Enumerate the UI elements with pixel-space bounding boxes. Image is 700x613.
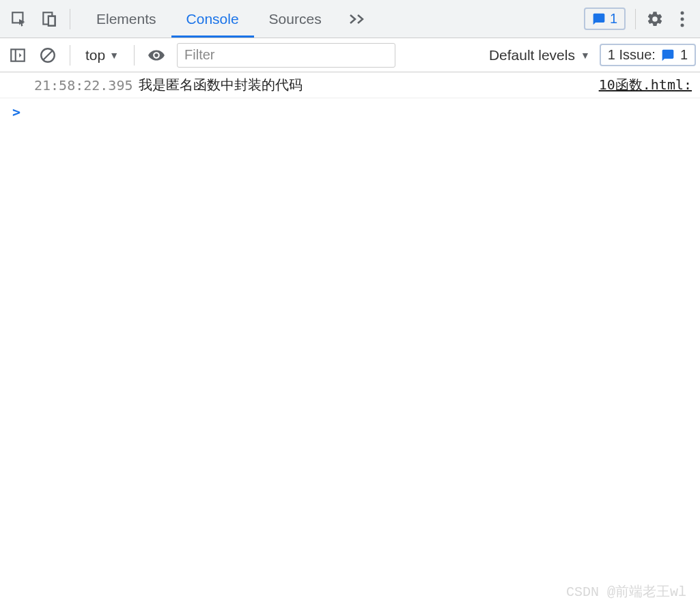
issues-count: 1 [680,47,688,63]
svg-point-4 [681,11,684,14]
svg-rect-2 [48,16,55,25]
filter-input[interactable] [177,43,395,68]
log-levels-selector[interactable]: Default levels ▼ [489,47,590,63]
tab-console[interactable]: Console [171,0,254,38]
svg-point-5 [681,17,684,20]
chevron-down-icon: ▼ [109,50,119,61]
log-timestamp: 21:58:22.395 [34,77,133,94]
watermark: CSDN @前端老王wl [566,582,686,601]
prompt-caret-icon: > [12,104,20,120]
device-toggle-icon[interactable] [34,4,64,34]
inspect-element-icon[interactable] [4,4,34,34]
message-count-badge[interactable]: 1 [584,8,626,30]
tab-sources[interactable]: Sources [254,0,337,38]
chevron-down-icon: ▼ [580,50,590,61]
divider [70,9,70,29]
tab-strip: Elements Console Sources [81,0,379,38]
log-message: 我是匿名函数中封装的代码 [139,76,303,94]
more-tabs-icon[interactable] [337,0,379,38]
live-expression-eye-icon[interactable] [143,42,170,69]
sidebar-toggle-icon[interactable] [4,42,31,69]
issues-label: 1 Issue: [608,47,656,63]
svg-point-6 [681,23,684,27]
message-count: 1 [610,11,617,27]
devtools-toolbar: Elements Console Sources 1 [0,0,700,38]
console-log-row[interactable]: 21:58:22.395 我是匿名函数中封装的代码 10函数.html: [0,72,700,98]
log-source-link[interactable]: 10函数.html: [599,76,692,94]
divider [134,45,135,66]
issues-badge[interactable]: 1 Issue: 1 [600,44,696,66]
tab-elements[interactable]: Elements [81,0,171,38]
console-body: 21:58:22.395 我是匿名函数中封装的代码 10函数.html: > C… [0,72,700,613]
divider [635,9,636,29]
svg-line-10 [44,51,53,59]
context-selector[interactable]: top ▼ [79,47,126,63]
svg-rect-7 [11,49,25,61]
clear-console-icon[interactable] [34,42,61,69]
settings-gear-icon[interactable] [641,5,669,33]
kebab-menu-icon[interactable] [669,5,696,33]
context-label: top [85,47,105,63]
levels-label: Default levels [489,47,575,63]
console-subbar: top ▼ Default levels ▼ 1 Issue: 1 [0,38,700,72]
console-prompt[interactable]: > [0,98,700,126]
divider [70,45,70,66]
